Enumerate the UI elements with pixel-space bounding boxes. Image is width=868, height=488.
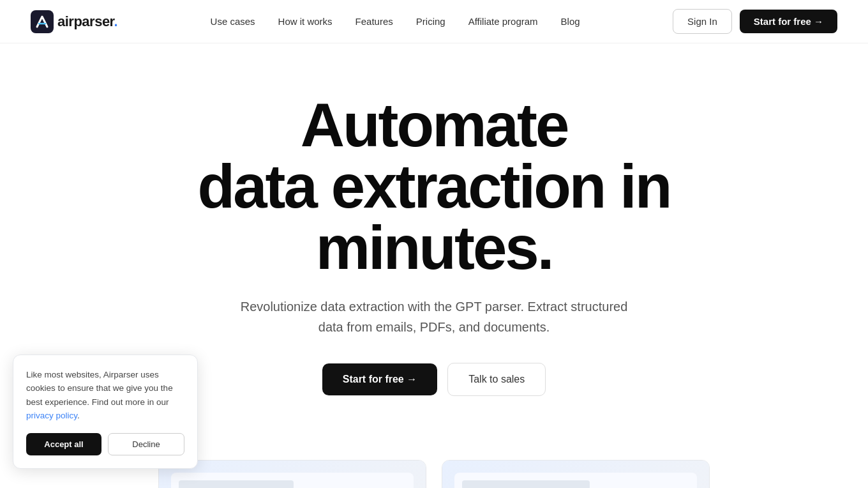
cookie-actions: Accept all Decline — [26, 433, 184, 455]
logo-icon — [31, 10, 54, 33]
cookie-banner: Like most websites, Airparser uses cooki… — [13, 355, 198, 469]
screenshot-svg-1 — [171, 473, 414, 488]
hero-title-line2: data extraction in — [198, 152, 671, 220]
logo-name: airparser. — [57, 13, 117, 30]
nav-item-affiliate-program[interactable]: Affiliate program — [468, 16, 538, 27]
nav-item-pricing[interactable]: Pricing — [416, 16, 445, 27]
nav-links: Use cases How it works Features Pricing … — [211, 16, 580, 27]
nav-item-use-cases[interactable]: Use cases — [211, 16, 255, 27]
screenshot-wrapper-2: Product — [442, 460, 710, 488]
hero-talk-to-sales-button[interactable]: Talk to sales — [447, 363, 546, 396]
product-screenshot-2 — [442, 460, 710, 488]
cookie-text: Like most websites, Airparser uses cooki… — [26, 368, 184, 423]
hero-title-line3: minutes. — [316, 213, 553, 282]
start-free-nav-button[interactable]: Start for free → — [740, 10, 837, 33]
nav-item-features[interactable]: Features — [355, 16, 393, 27]
hero-subtitle: Revolutionize data extraction with the G… — [230, 296, 638, 337]
logo-link[interactable]: airparser. — [31, 10, 117, 33]
hero-title-line1: Automate — [301, 91, 568, 159]
decline-button[interactable]: Decline — [108, 433, 184, 455]
privacy-policy-link[interactable]: privacy policy — [26, 411, 77, 420]
navbar: airparser. Use cases How it works Featur… — [0, 0, 868, 43]
screenshot-svg-2 — [454, 473, 697, 488]
screenshot-wrapper-1: Product — [158, 460, 426, 488]
hero-start-free-button[interactable]: Start for free → — [322, 363, 437, 395]
product-screenshot-1 — [158, 460, 426, 488]
nav-actions: Sign In Start for free → — [673, 9, 837, 34]
sign-in-button[interactable]: Sign In — [673, 9, 732, 34]
svg-rect-2 — [179, 480, 294, 488]
nav-item-blog[interactable]: Blog — [561, 16, 580, 27]
logo-dot: . — [114, 13, 117, 29]
nav-item-how-it-works[interactable]: How it works — [278, 16, 333, 27]
svg-rect-18 — [462, 480, 590, 488]
svg-rect-0 — [31, 10, 54, 33]
accept-all-button[interactable]: Accept all — [26, 433, 101, 455]
hero-actions: Start for free → Talk to sales — [322, 363, 546, 396]
hero-title: Automate data extraction in minutes. — [198, 95, 671, 278]
